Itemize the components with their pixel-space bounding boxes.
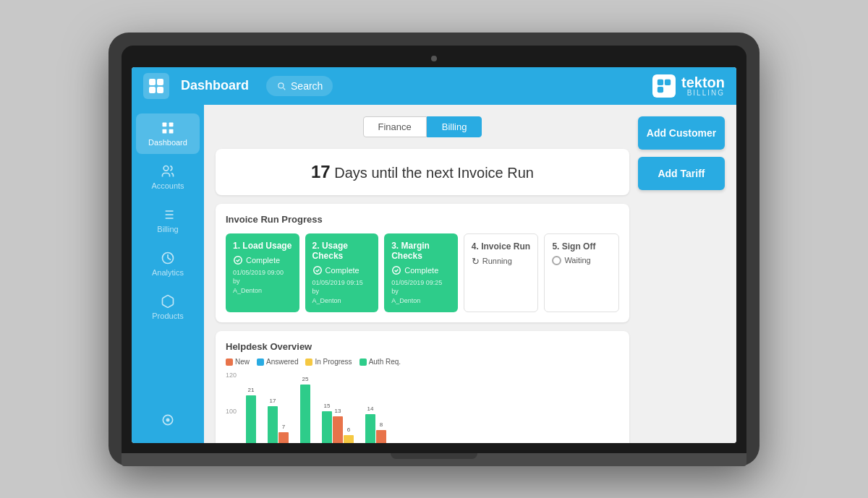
- svg-point-11: [163, 166, 169, 171]
- bar-label-1-1: 7: [282, 424, 285, 430]
- svg-rect-10: [169, 129, 174, 133]
- add-tariff-button[interactable]: Add Tariff: [638, 157, 725, 190]
- step-load-usage: 1. Load Usage Complete 01/05/2019 09:00 …: [226, 233, 299, 313]
- screen-bezel: Dashboard Search tekton BILLING: [122, 46, 746, 453]
- bar-label-4-1: 8: [380, 421, 383, 428]
- legend-dot-new: [226, 359, 233, 366]
- brand-name: tekton: [681, 75, 725, 90]
- content-side: Add Customer Add Tariff: [638, 116, 725, 432]
- svg-rect-8: [169, 122, 174, 126]
- box-icon: [161, 294, 175, 309]
- list-icon: [161, 207, 175, 222]
- step-4-status: ↻ Running: [472, 256, 531, 267]
- bar-label-3-1: 13: [335, 408, 341, 414]
- bar-label-4-0: 14: [367, 405, 374, 412]
- legend-label-inprogress: In Progress: [315, 358, 352, 366]
- chart-y-labels: 120 100 80: [226, 372, 243, 442]
- bar-4-1: 8: [376, 430, 386, 442]
- search-icon: [276, 81, 286, 91]
- grid-icon: [161, 121, 175, 135]
- bar-label-0-0: 21: [248, 387, 255, 393]
- helpdesk-title: Helpdesk Overview: [226, 341, 619, 352]
- svg-rect-9: [163, 129, 167, 133]
- step-margin-checks: 3. Margin Checks Complete 01/05/2019 09:…: [384, 233, 458, 313]
- step-2-status: Complete: [312, 265, 372, 275]
- screen: Dashboard Search tekton BILLING: [132, 67, 736, 443]
- search-bar[interactable]: Search: [266, 76, 333, 96]
- svg-rect-2: [149, 87, 156, 93]
- legend-new: New: [226, 358, 250, 366]
- step-4-name: 4. Invoice Run: [472, 241, 531, 252]
- brand: tekton BILLING: [652, 74, 725, 98]
- sidebar: Dashboard Accounts Billing Analytic: [132, 105, 204, 443]
- y-label-120: 120: [226, 372, 243, 379]
- users-icon: [161, 164, 175, 179]
- bar-group-0: 21: [246, 395, 256, 442]
- add-customer-button[interactable]: Add Customer: [638, 116, 725, 150]
- sidebar-item-accounts[interactable]: Accounts: [136, 157, 200, 197]
- legend-dot-authreq: [359, 359, 367, 366]
- sidebar-item-products[interactable]: Products: [136, 287, 200, 327]
- svg-rect-5: [665, 79, 671, 85]
- countdown-number: 17: [311, 162, 331, 181]
- step-2-name: 2. Usage Checks: [312, 241, 372, 261]
- sidebar-item-billing[interactable]: Billing: [136, 200, 200, 241]
- tab-finance[interactable]: Finance: [363, 116, 427, 137]
- svg-rect-3: [157, 87, 163, 93]
- svg-point-20: [166, 418, 170, 421]
- search-label: Search: [291, 80, 323, 92]
- step-3-meta: 01/05/2019 09:25 byA_Denton: [391, 278, 451, 306]
- step-5-status: Waiting: [552, 256, 611, 265]
- bar-0-0: 21: [246, 395, 256, 442]
- legend-answered: Answered: [257, 358, 298, 366]
- bar-1-1: 7: [278, 432, 289, 442]
- topbar-title: Dashboard: [181, 78, 249, 93]
- bar-group-3: 15136: [322, 411, 354, 442]
- chart-bars-area: 211772515136148: [246, 372, 619, 442]
- legend-label-authreq: Auth Req.: [369, 358, 401, 366]
- app: Dashboard Search tekton BILLING: [132, 67, 736, 443]
- sidebar-item-dashboard[interactable]: Dashboard: [136, 113, 200, 154]
- chart-area: 120 100 80 211772515136148: [226, 372, 619, 442]
- sidebar-item-record[interactable]: [136, 405, 200, 434]
- legend-dot-inprogress: [305, 359, 312, 366]
- check-circle-icon: [233, 255, 243, 265]
- svg-rect-0: [149, 79, 156, 85]
- progress-title: Invoice Run Progress: [226, 214, 619, 225]
- bar-label-1-0: 17: [270, 398, 276, 404]
- laptop-base: [122, 453, 746, 466]
- tab-billing[interactable]: Billing: [427, 116, 482, 137]
- legend-auth-req: Auth Req.: [359, 358, 401, 366]
- legend-dot-answered: [257, 359, 264, 366]
- bar-1-0: 17: [268, 406, 278, 442]
- helpdesk-section: Helpdesk Overview New Answered: [216, 331, 629, 442]
- progress-steps: 1. Load Usage Complete 01/05/2019 09:00 …: [226, 233, 619, 313]
- brand-icon: [652, 74, 676, 98]
- bar-label-3-0: 15: [324, 403, 331, 409]
- legend-in-progress: In Progress: [305, 358, 352, 366]
- y-label-100: 100: [226, 408, 243, 415]
- topbar: Dashboard Search tekton BILLING: [132, 67, 736, 105]
- sidebar-item-analytics[interactable]: Analytics: [136, 244, 200, 284]
- svg-point-22: [313, 266, 321, 274]
- bar-label-2-0: 25: [302, 376, 309, 382]
- bar-group-4: 148: [365, 414, 386, 442]
- bar-2-0: 25: [300, 385, 310, 442]
- countdown-card: 17 Days until the next Invoice Run: [216, 149, 629, 195]
- step-usage-checks: 2. Usage Checks Complete 01/05/2019 09:1…: [305, 233, 379, 313]
- svg-point-23: [393, 266, 401, 274]
- bar-3-0: 15: [322, 411, 332, 442]
- laptop-frame: Dashboard Search tekton BILLING: [109, 33, 760, 466]
- brand-text: tekton BILLING: [681, 75, 725, 97]
- countdown-text: Days until the next Invoice Run: [331, 165, 534, 181]
- record-icon: [161, 413, 175, 427]
- legend-label-new: New: [235, 358, 250, 366]
- step-3-name: 3. Margin Checks: [391, 241, 451, 261]
- svg-rect-1: [157, 79, 163, 85]
- tab-bar: Finance Billing: [216, 116, 629, 137]
- bar-3-1: 13: [333, 416, 343, 442]
- logo-icon: [143, 73, 169, 99]
- bar-4-0: 14: [365, 414, 375, 442]
- bar-3-2: 6: [344, 435, 354, 442]
- main-layout: Dashboard Accounts Billing Analytic: [132, 105, 736, 443]
